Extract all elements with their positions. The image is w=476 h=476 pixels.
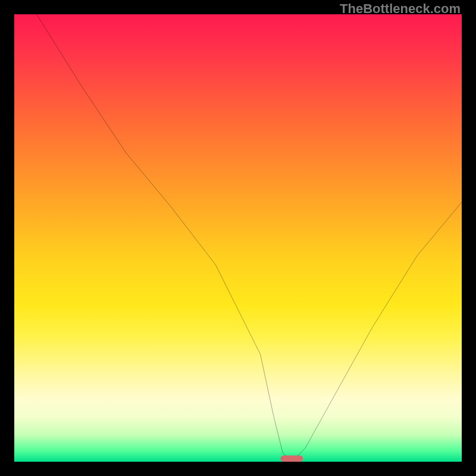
chart-container: TheBottleneck.com bbox=[0, 0, 476, 476]
optimum-marker bbox=[280, 455, 303, 462]
curve-svg bbox=[14, 14, 462, 462]
plot-area bbox=[14, 14, 462, 462]
bottleneck-curve-path bbox=[37, 14, 462, 462]
